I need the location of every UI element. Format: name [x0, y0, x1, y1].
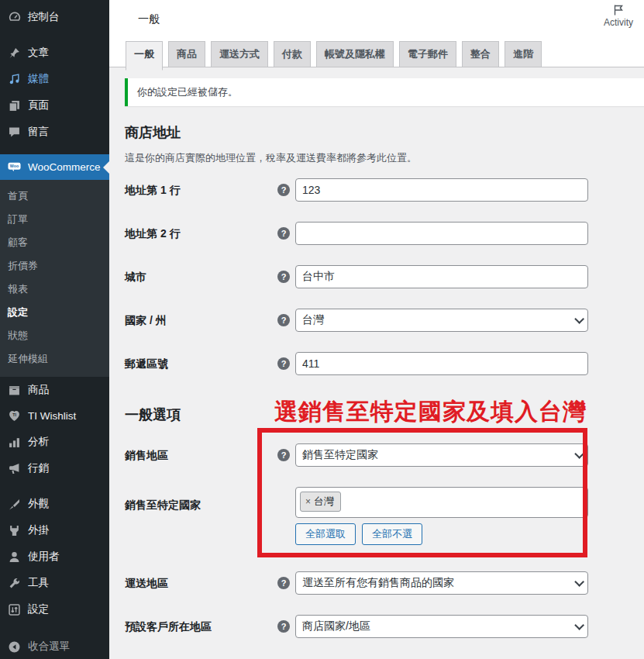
sidebar-item-comments[interactable]: 留言 [0, 119, 109, 145]
submenu-item-settings[interactable]: 設定 [0, 301, 109, 324]
help-icon[interactable]: ? [277, 577, 290, 589]
selling-location-select[interactable]: 銷售至特定國家 [295, 443, 588, 467]
help-icon[interactable]: ? [277, 271, 290, 283]
sidebar-item-label: 控制台 [28, 10, 60, 24]
selling-location-label: 銷售地區 [125, 448, 277, 463]
submenu-item-extensions[interactable]: 延伸模組 [0, 347, 109, 371]
city-label: 城市 [125, 270, 277, 285]
select-all-button[interactable]: 全部選取 [295, 523, 356, 545]
help-icon[interactable]: ? [277, 314, 290, 326]
svg-text:Woo: Woo [10, 164, 19, 168]
sidebar-item-label: TI Wishlist [28, 410, 76, 422]
sidebar-item-label: 頁面 [28, 98, 49, 112]
sidebar-item-posts[interactable]: 文章 [0, 40, 109, 66]
submenu-item-home[interactable]: 首頁 [0, 185, 109, 208]
address-1-input[interactable] [295, 178, 588, 202]
pages-icon [8, 99, 21, 112]
help-icon[interactable]: ? [277, 184, 290, 196]
notice-text: 你的設定已經被儲存。 [137, 86, 238, 98]
sidebar-item-plugins[interactable]: 外掛 [0, 517, 109, 543]
submenu-item-customers[interactable]: 顧客 [0, 231, 109, 254]
sidebar-item-pages[interactable]: 頁面 [0, 92, 109, 119]
enable-taxes-row: 啟用稅金 啟用稅率及稅額計算 [125, 648, 644, 659]
activity-button[interactable]: Activity [604, 4, 633, 28]
specific-countries-field: × 台灣 全部選取 全部不選 [295, 487, 588, 545]
sidebar-collapse-menu[interactable]: 收合選單 [0, 633, 109, 659]
help-icon[interactable]: ? [277, 620, 290, 633]
store-address-heading: 商店地址 [125, 123, 644, 142]
sidebar-item-media[interactable]: 媒體 [0, 66, 109, 92]
help-icon[interactable]: ? [277, 227, 290, 240]
select-none-button[interactable]: 全部不選 [362, 523, 422, 545]
address-2-input[interactable] [295, 222, 588, 245]
settings-form: 商店地址 這是你的商店實際的地理位置，稅率及運送費率都將參考此位置。 地址第 1… [109, 123, 644, 659]
settings-sliders-icon [8, 603, 21, 616]
city-input[interactable] [295, 265, 588, 288]
sidebar-item-settings[interactable]: 設定 [0, 596, 109, 623]
page-title: 一般 [138, 12, 160, 26]
tab-integration[interactable]: 整合 [462, 41, 499, 67]
address-2-label: 地址第 2 行 [125, 226, 277, 241]
submenu-item-coupons[interactable]: 折價券 [0, 254, 109, 278]
chevron-down-icon [574, 577, 584, 587]
submenu-item-reports[interactable]: 報表 [0, 278, 109, 301]
annotation-text: 選銷售至特定國家及填入台灣 [274, 396, 587, 428]
sidebar-item-tools[interactable]: 工具 [0, 570, 109, 596]
sidebar-item-ti-wishlist[interactable]: TI TI Wishlist [0, 403, 109, 429]
sidebar-item-analytics[interactable]: 分析 [0, 429, 109, 455]
chevron-down-icon [574, 620, 584, 630]
country-select[interactable]: 台灣 [295, 309, 588, 332]
sidebar-item-appearance[interactable]: 外觀 [0, 491, 109, 517]
submenu-item-orders[interactable]: 訂單 [0, 208, 109, 231]
sidebar-item-label: WooCommerce [28, 161, 101, 173]
highlighted-zone: 銷售地區 ? 銷售至特定國家 銷售至特定國家 × 台灣 [125, 433, 644, 555]
collapse-icon [8, 640, 21, 654]
sidebar-item-label: 媒體 [28, 72, 49, 86]
activity-label: Activity [604, 17, 633, 28]
sidebar-item-users[interactable]: 使用者 [0, 543, 109, 570]
tab-products[interactable]: 商品 [168, 41, 205, 67]
city-row: 城市 ? [125, 255, 644, 298]
sidebar-item-label: 分析 [28, 435, 49, 449]
dashboard-icon [8, 11, 21, 24]
default-customer-select[interactable]: 商店國家/地區 [295, 615, 588, 638]
shipping-location-value: 運送至所有您有銷售商品的國家 [302, 576, 454, 590]
help-icon[interactable]: ? [277, 449, 290, 461]
tab-shipping[interactable]: 運送方式 [211, 41, 268, 67]
tab-emails[interactable]: 電子郵件 [399, 41, 456, 67]
user-icon [8, 550, 21, 564]
heart-icon: TI [8, 409, 21, 423]
help-icon[interactable]: ? [277, 357, 290, 370]
tab-general[interactable]: 一般 [126, 41, 163, 71]
submenu-item-status[interactable]: 狀態 [0, 324, 109, 347]
tab-accounts-privacy[interactable]: 帳號及隱私權 [316, 41, 394, 67]
sidebar-item-label: 設定 [28, 602, 49, 616]
tab-advanced[interactable]: 進階 [505, 41, 542, 67]
shipping-location-select[interactable]: 運送至所有您有銷售商品的國家 [295, 571, 588, 595]
sidebar-item-products[interactable]: 商品 [0, 377, 109, 403]
sidebar-item-label: 工具 [28, 576, 49, 590]
svg-text:TI: TI [12, 412, 16, 417]
specific-countries-row: 銷售至特定國家 × 台灣 全部選取 全部不選 [125, 477, 644, 555]
sidebar-item-label: 外觀 [28, 497, 49, 511]
address-2-row: 地址第 2 行 ? [125, 212, 644, 255]
sidebar-item-woocommerce[interactable]: Woo WooCommerce [0, 154, 109, 180]
store-address-description: 這是你的商店實際的地理位置，稅率及運送費率都將參考此位置。 [125, 151, 644, 165]
remove-tag-icon[interactable]: × [305, 496, 311, 507]
specific-countries-multiselect[interactable]: × 台灣 [295, 487, 588, 518]
chevron-down-icon [574, 449, 584, 459]
country-label: 國家 / 州 [125, 313, 277, 328]
sidebar-item-label: 商品 [28, 383, 49, 397]
sidebar-item-dashboard[interactable]: 控制台 [0, 0, 109, 30]
postcode-row: 郵遞區號 ? [125, 342, 644, 385]
main-content: 一般 Activity 一般 商品 運送方式 付款 帳號及隱私權 電子郵件 整合… [109, 0, 644, 659]
media-icon [8, 73, 21, 86]
postcode-input[interactable] [295, 352, 588, 375]
sidebar-item-label: 外掛 [28, 523, 49, 537]
tab-payments[interactable]: 付款 [274, 41, 311, 67]
sidebar-item-label: 收合選單 [28, 640, 70, 654]
address-1-row: 地址第 1 行 ? [125, 168, 644, 212]
comment-icon [8, 126, 21, 139]
shipping-location-row: 運送地區 ? 運送至所有您有銷售商品的國家 [125, 561, 644, 605]
sidebar-item-marketing[interactable]: 行銷 [0, 455, 109, 481]
